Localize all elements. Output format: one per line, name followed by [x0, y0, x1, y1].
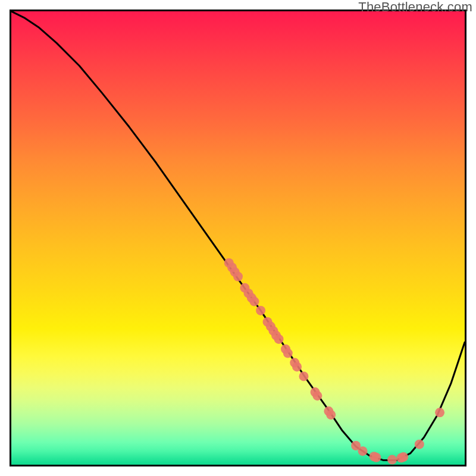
plot-area — [10, 10, 466, 466]
scatter-layer — [11, 11, 465, 465]
chart-frame: TheBottleneck.com — [0, 0, 476, 476]
scatter-point — [326, 410, 336, 419]
scatter-point — [415, 440, 424, 449]
scatter-point — [256, 306, 265, 315]
scatter-point — [399, 452, 408, 462]
scatter-point — [292, 362, 302, 371]
scatter-point — [371, 453, 381, 462]
scatter-point — [274, 334, 284, 344]
scatter-point — [358, 446, 368, 456]
scatter-point — [312, 391, 322, 400]
scatter-point — [249, 297, 259, 306]
scatter-point — [435, 408, 444, 417]
scatter-point — [233, 272, 243, 281]
watermark-text: TheBottleneck.com — [358, 0, 472, 15]
scatter-point — [283, 349, 293, 358]
scatter-point — [387, 455, 397, 465]
scatter-point — [299, 371, 308, 381]
